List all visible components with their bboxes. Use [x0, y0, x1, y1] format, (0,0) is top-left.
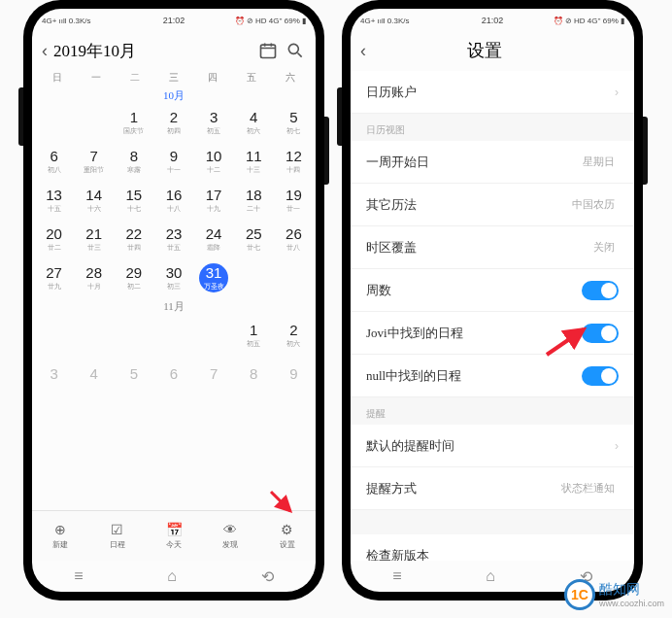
day-subtitle: 初二: [127, 282, 141, 292]
back-icon[interactable]: ‹: [360, 41, 366, 61]
day-subtitle: 初三: [167, 282, 181, 292]
calendar-day[interactable]: 9: [274, 355, 314, 394]
tab-discover[interactable]: 👁 发现: [202, 511, 258, 561]
calendar-day[interactable]: 24霜降: [194, 220, 234, 258]
status-time: 21:02: [130, 16, 218, 25]
weekday-label: 日: [38, 71, 77, 85]
tab-today[interactable]: 📅 今天: [146, 511, 202, 561]
back-icon[interactable]: ‹: [42, 41, 48, 61]
row-week-number[interactable]: 周数: [351, 269, 634, 312]
day-subtitle: 初五: [207, 126, 220, 136]
weekday-label: 三: [154, 71, 193, 85]
calendar-day[interactable]: 1国庆节: [114, 103, 153, 142]
day-subtitle: 初七: [286, 126, 300, 136]
calendar-grid[interactable]: 1国庆节2初四3初五4初六5初七6初八7重阳节8寒露9十一10十二11十三12十…: [32, 103, 316, 297]
calendar-day[interactable]: 14十六: [74, 181, 114, 220]
nav-home-icon[interactable]: ⌂: [486, 567, 495, 585]
calendar-day[interactable]: 25廿七: [234, 220, 274, 258]
row-alt-calendar[interactable]: 其它历法 中国农历: [351, 184, 634, 226]
watermark: 1C 酷知网 www.coozhi.com: [564, 579, 664, 610]
row-jovi-events[interactable]: Jovi中找到的日程: [351, 312, 634, 355]
calendar-day[interactable]: 15十七: [114, 181, 153, 220]
day-subtitle: 万圣夜: [204, 282, 224, 292]
svg-rect-0: [261, 45, 276, 57]
calendar-day[interactable]: 13十五: [34, 181, 74, 220]
calendar-day[interactable]: 8: [234, 355, 274, 394]
row-check-update[interactable]: 检查新版本: [351, 534, 634, 561]
day-number: 1: [250, 322, 257, 338]
toggle-week-number[interactable]: [582, 281, 619, 300]
calendar-day[interactable]: 12十四: [274, 142, 314, 181]
calendar-day[interactable]: 7重阳节: [74, 142, 114, 181]
row-value: 星期日: [583, 154, 615, 169]
watermark-logo-icon: 1C: [564, 579, 595, 610]
weekday-label: 四: [193, 71, 232, 85]
check-icon: ☑: [111, 522, 123, 537]
row-null-events[interactable]: null中找到的日程: [351, 355, 634, 397]
group-reminder: 提醒: [351, 397, 634, 425]
calendar-day[interactable]: 5初七: [274, 103, 314, 142]
calendar-day[interactable]: 2初四: [153, 103, 193, 142]
status-right: ⏰ ⊘ HD 4G'' 69% ▮: [536, 17, 624, 25]
calendar-title[interactable]: 2019年10月: [53, 40, 252, 62]
calendar-day[interactable]: 16十八: [153, 181, 193, 220]
calendar-day[interactable]: 3: [34, 355, 74, 394]
calendar-day[interactable]: 29初二: [114, 258, 153, 297]
calendar-day[interactable]: 1初五: [234, 316, 274, 355]
calendar-day[interactable]: 4初六: [234, 103, 274, 142]
calendar-day[interactable]: 8寒露: [114, 142, 153, 181]
tab-new[interactable]: ⊕ 新建: [32, 511, 88, 561]
day-subtitle: 初五: [247, 339, 260, 349]
calendar-day[interactable]: 17十九: [194, 181, 234, 220]
day-number: 27: [46, 264, 62, 281]
calendar-day[interactable]: 19廿一: [274, 181, 314, 220]
toggle-null-events[interactable]: [582, 366, 619, 386]
calendar-header: ‹ 2019年10月: [32, 30, 316, 71]
calendar-day[interactable]: 6初八: [34, 142, 74, 181]
day-number: 9: [170, 148, 178, 164]
calendar-day[interactable]: 7: [194, 355, 234, 394]
row-reminder-mode[interactable]: 提醒方式 状态栏通知: [351, 467, 634, 510]
day-subtitle: 十六: [87, 204, 101, 214]
calendar-day[interactable]: 20廿二: [34, 220, 74, 258]
calendar-day[interactable]: 21廿三: [74, 220, 114, 258]
status-left: 4G+ ııll 0.3K/s: [360, 17, 449, 25]
next-month-label: 11月: [32, 299, 316, 314]
day-number: 2: [289, 322, 297, 338]
nav-menu-icon[interactable]: ≡: [74, 567, 83, 585]
calendar-day[interactable]: 22廿四: [114, 220, 153, 258]
row-timezone-override[interactable]: 时区覆盖 关闭: [351, 226, 634, 269]
toggle-jovi-events[interactable]: [582, 324, 619, 343]
calendar-day[interactable]: 31万圣夜: [194, 258, 234, 297]
tab-schedule[interactable]: ☑ 日程: [88, 511, 145, 561]
calendar-day[interactable]: 9十一: [153, 142, 193, 181]
calendar-grid-next[interactable]: 1初五2初六3456789: [32, 316, 316, 394]
nav-menu-icon[interactable]: ≡: [392, 567, 401, 585]
calendar-day[interactable]: 5: [114, 355, 153, 394]
calendar-day[interactable]: 18二十: [234, 181, 274, 220]
calendar-day[interactable]: 6: [153, 355, 193, 394]
calendar-day[interactable]: 26廿八: [274, 220, 314, 258]
calendar-day[interactable]: 4: [74, 355, 114, 394]
calendar-day[interactable]: 23廿五: [153, 220, 193, 258]
tab-settings[interactable]: ⚙ 设置: [259, 511, 316, 561]
calendar-day[interactable]: 3初五: [194, 103, 234, 142]
jump-date-icon[interactable]: [257, 40, 279, 61]
calendar-day[interactable]: 2初六: [274, 316, 314, 355]
calendar-day[interactable]: 27廿九: [34, 258, 74, 297]
calendar-day[interactable]: 10十二: [194, 142, 234, 181]
row-calendar-accounts[interactable]: 日历账户 ›: [351, 71, 634, 114]
day-number: 17: [206, 187, 222, 203]
day-number: 16: [166, 187, 183, 203]
nav-back-icon[interactable]: ⟲: [261, 567, 274, 586]
calendar-day[interactable]: 11十三: [234, 142, 274, 181]
tab-label: 日程: [110, 539, 125, 550]
row-default-reminder[interactable]: 默认的提醒时间 ›: [351, 425, 634, 467]
calendar-day[interactable]: 30初三: [153, 258, 193, 297]
calendar-day[interactable]: 28十月: [74, 258, 114, 297]
search-icon[interactable]: [285, 40, 306, 61]
day-subtitle: 十四: [286, 165, 300, 175]
calendar-day: [234, 258, 274, 297]
nav-home-icon[interactable]: ⌂: [167, 567, 177, 585]
row-week-start[interactable]: 一周开始日 星期日: [351, 141, 634, 184]
